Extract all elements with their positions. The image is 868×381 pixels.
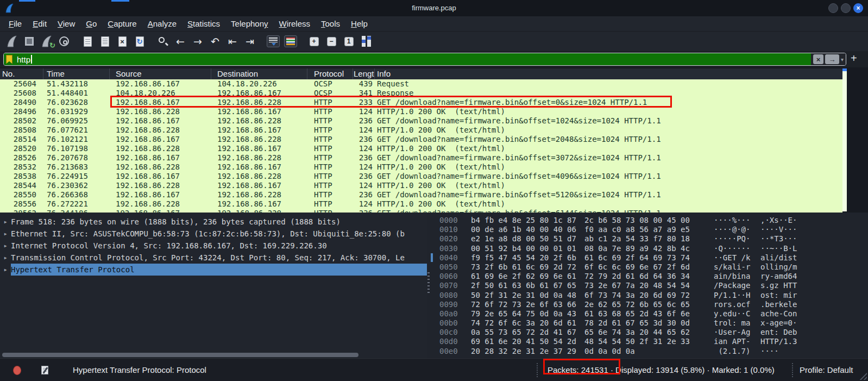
stop-capture-button[interactable]	[22, 33, 36, 49]
menu-item[interactable]: Edit	[27, 19, 52, 28]
menu-item[interactable]: Tools	[316, 19, 345, 28]
close-file-button[interactable]: ×	[115, 33, 129, 49]
details-hscrollbar[interactable]	[1, 353, 426, 357]
save-file-button[interactable]	[98, 33, 112, 49]
close-button[interactable]: ×	[853, 3, 863, 13]
capture-options-button[interactable]	[57, 33, 71, 49]
restart-capture-button[interactable]: ↻	[40, 33, 54, 49]
menu-item[interactable]: Analyze	[142, 19, 182, 28]
column-header-time[interactable]: Time	[43, 68, 110, 79]
filter-add-button[interactable]: +	[851, 52, 857, 65]
column-header-length[interactable]: Length	[353, 68, 375, 79]
forward-arrow-icon: →	[193, 36, 202, 47]
packet-row[interactable]: 28502 76.069925 192.168.86.167 192.168.8…	[0, 116, 842, 126]
hex-row[interactable]: 00b0 74 72 6f 6c 3a 20 6d 61 78 2d 61 67…	[431, 318, 868, 328]
packet-row[interactable]: 28520 76.107198 192.168.86.228 192.168.8…	[0, 144, 842, 153]
column-header-no[interactable]: No.	[0, 68, 43, 79]
capture-comment-icon[interactable]	[41, 366, 48, 374]
hex-row[interactable]: 00a0 79 2e 65 64 75 0d 0a 43 61 63 68 65…	[431, 309, 868, 318]
menu-item[interactable]: Go	[80, 19, 102, 28]
packet-row[interactable]: 28496 76.031929 192.168.86.228 192.168.8…	[0, 107, 842, 116]
column-header-info[interactable]: Info	[375, 68, 842, 79]
scrollbar-thumb[interactable]	[842, 68, 847, 71]
colorize-button[interactable]	[284, 33, 298, 49]
go-to-packet-button[interactable]: ↶	[208, 33, 222, 49]
expand-arrow-icon[interactable]: ▸	[0, 252, 11, 264]
packet-row[interactable]: 28490 76.023628 192.168.86.167 192.168.8…	[0, 98, 842, 107]
status-displayed: Displayed: 13914 (5.8%) · Marked: 1 (0.0…	[615, 359, 775, 381]
hex-row[interactable]: 0080 50 2f 31 2e 31 0d 0a 48 6f 73 74 3a…	[431, 291, 868, 300]
zoom-reset-button[interactable]: 1	[342, 33, 356, 49]
packet-row[interactable]: 28562 76.344186 192.168.86.167 192.168.8…	[0, 209, 842, 213]
expand-arrow-icon[interactable]: ▸	[0, 264, 11, 276]
start-capture-button[interactable]	[5, 33, 19, 49]
column-header-source[interactable]: Source	[110, 68, 211, 79]
packet-row[interactable]: 25604 51.432118 192.168.86.167 104.18.20…	[0, 79, 842, 89]
packet-row[interactable]: 28526 76.207678 192.168.86.167 192.168.8…	[0, 153, 842, 163]
hex-row[interactable]: 0010 00 de a6 1b 40 00 40 06 f0 aa c0 a8…	[431, 225, 868, 234]
zoom-out-button[interactable]: −	[324, 33, 338, 49]
menu-item[interactable]: Help	[345, 19, 373, 28]
hex-row[interactable]: 0070 2f 50 61 63 6b 61 67 65 73 2e 67 7a…	[431, 281, 868, 290]
packet-row[interactable]: 28556 76.272221 192.168.86.228 192.168.8…	[0, 199, 842, 209]
filter-apply-button[interactable]: →	[825, 54, 839, 64]
open-file-button[interactable]	[80, 33, 95, 49]
hex-row[interactable]: 0030 00 51 92 b4 00 00 01 01 08 0a 7e 89…	[431, 244, 868, 253]
pane-splitter[interactable]	[427, 272, 430, 294]
detail-row[interactable]: ▸ Hypertext Transfer Protocol	[0, 264, 427, 276]
hex-row[interactable]: 0060 61 69 6e 2f 62 69 6e 61 72 79 2d 61…	[431, 272, 868, 281]
expand-arrow-icon[interactable]: ▸	[0, 240, 11, 252]
filter-dropdown-caret-icon[interactable]: ▾	[841, 57, 844, 63]
packet-row[interactable]: 28514 76.102121 192.168.86.167 192.168.8…	[0, 135, 842, 144]
go-forward-button[interactable]: →	[191, 33, 205, 49]
titlebar[interactable]: firmware.pcap ×	[0, 0, 868, 16]
hex-row[interactable]: 0050 73 2f 6b 61 6c 69 2d 72 6f 6c 6c 69…	[431, 263, 868, 272]
hex-row[interactable]: 00d0 69 61 6e 20 41 50 54 2d 48 54 54 50…	[431, 337, 868, 346]
detail-row[interactable]: ▸ Frame 518: 236 bytes on wire (1888 bit…	[0, 216, 427, 228]
hex-row[interactable]: 0000 b4 fb e4 8e 25 80 1c 87 2c b6 58 73…	[431, 216, 868, 225]
menu-item[interactable]: View	[52, 19, 80, 28]
packet-row[interactable]: 28550 76.266368 192.168.86.167 192.168.8…	[0, 190, 842, 199]
menu-item[interactable]: Capture	[102, 19, 142, 28]
go-back-button[interactable]: ←	[173, 33, 187, 49]
hex-row[interactable]: 0020 e2 1e a8 d8 00 50 51 d7 ab c1 2a 54…	[431, 234, 868, 243]
filter-clear-button[interactable]: ×	[813, 54, 823, 64]
find-packet-button[interactable]	[156, 33, 170, 49]
display-filter-input[interactable]: http × → ▾	[3, 53, 846, 66]
auto-scroll-button[interactable]	[266, 33, 280, 49]
bookmark-icon[interactable]	[6, 55, 12, 64]
expert-info-icon[interactable]	[13, 366, 21, 375]
menu-item[interactable]: Telephony	[225, 19, 273, 28]
packet-row[interactable]: 25608 51.448401 104.18.20.226 192.168.86…	[0, 89, 842, 98]
minimize-button[interactable]	[828, 3, 838, 13]
menu-item[interactable]: File	[3, 19, 27, 28]
detail-row[interactable]: ▸ Ethernet II, Src: ASUSTekCOMPU_b6:58:7…	[0, 228, 427, 240]
packet-row[interactable]: 28508 76.077621 192.168.86.228 192.168.8…	[0, 126, 842, 135]
expand-arrow-icon[interactable]: ▸	[0, 228, 11, 240]
go-first-packet-button[interactable]: ⇤	[225, 33, 240, 49]
column-header-destination[interactable]: Destination	[211, 68, 307, 79]
status-profile[interactable]: Profile: Default	[800, 359, 853, 381]
packet-row[interactable]: 28538 76.224915 192.168.86.167 192.168.8…	[0, 172, 842, 181]
maximize-button[interactable]	[841, 3, 851, 13]
reload-file-button[interactable]: ↻	[133, 33, 147, 49]
details-hscrollbar-thumb[interactable]	[2, 353, 358, 357]
packet-list-scrollbar[interactable]	[842, 68, 847, 211]
resize-columns-button[interactable]	[359, 33, 373, 49]
hex-row[interactable]: 0090 72 6f 72 73 2e 6f 63 66 2e 62 65 72…	[431, 300, 868, 309]
hex-row[interactable]: 00e0 20 28 32 2e 31 2e 37 29 0d 0a 0d 0a…	[431, 347, 868, 356]
hex-row[interactable]: 0040 f9 f5 47 45 54 20 2f 6b 61 6c 69 2f…	[431, 253, 868, 263]
detail-row[interactable]: ▸ Internet Protocol Version 4, Src: 192.…	[0, 240, 427, 252]
expand-arrow-icon[interactable]: ▸	[0, 216, 11, 228]
detail-row[interactable]: ▸ Transmission Control Protocol, Src Por…	[0, 252, 427, 264]
packet-row[interactable]: 28544 76.230362 192.168.86.228 192.168.8…	[0, 181, 842, 190]
menu-item[interactable]: Statistics	[182, 19, 225, 28]
column-header-protocol[interactable]: Protocol	[307, 68, 353, 79]
hex-row[interactable]: 00c0 0a 55 73 65 72 2d 41 67 65 6e 74 3a…	[431, 328, 868, 337]
resize-grip[interactable]	[858, 371, 867, 380]
filter-input-area[interactable]: http	[4, 53, 811, 65]
zoom-in-button[interactable]: +	[307, 33, 321, 49]
go-last-packet-button[interactable]: ⇥	[243, 33, 257, 49]
menu-item[interactable]: Wireless	[274, 19, 316, 28]
packet-row[interactable]: 28532 76.213683 192.168.86.228 192.168.8…	[0, 163, 842, 172]
